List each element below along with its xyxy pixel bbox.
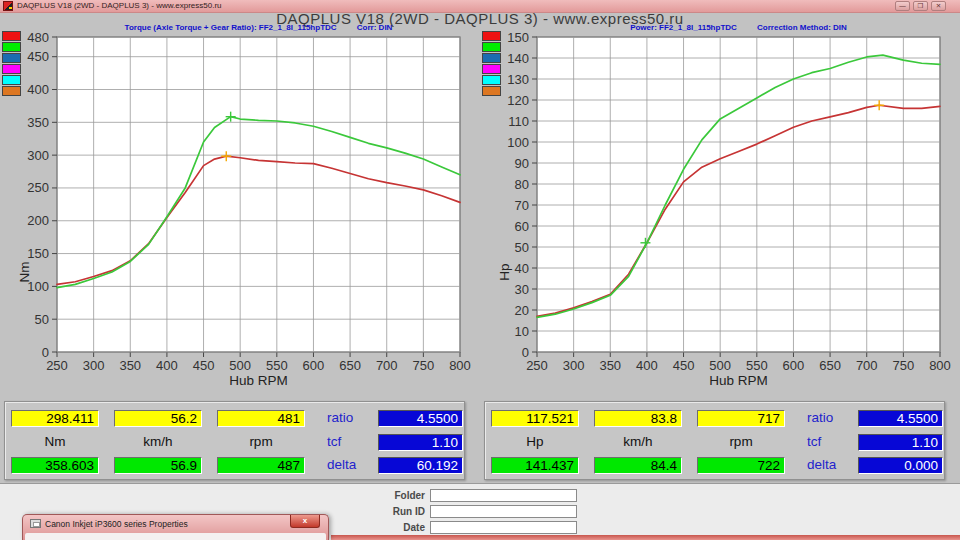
background-window-edge bbox=[331, 535, 960, 540]
svg-text:Hub RPM: Hub RPM bbox=[229, 373, 288, 387]
svg-text:70: 70 bbox=[515, 198, 529, 213]
svg-text:750: 750 bbox=[893, 358, 915, 373]
svg-text:800: 800 bbox=[449, 358, 471, 373]
svg-text:250: 250 bbox=[46, 358, 68, 373]
delta-label: delta bbox=[327, 457, 373, 472]
svg-text:110: 110 bbox=[508, 114, 529, 129]
window-titlebar[interactable]: DAQPLUS V18 (2WD - DAQPLUS 3) - www.expr… bbox=[0, 0, 960, 13]
svg-text:650: 650 bbox=[819, 358, 841, 373]
svg-text:50: 50 bbox=[35, 312, 49, 327]
svg-text:450: 450 bbox=[193, 358, 215, 373]
printer-properties-dialog[interactable]: Canon Inkjet iP3600 series Properties x bbox=[22, 514, 329, 540]
svg-text:700: 700 bbox=[376, 358, 398, 373]
svg-text:120: 120 bbox=[507, 93, 529, 108]
svg-text:400: 400 bbox=[636, 358, 658, 373]
close-button[interactable]: ✕ bbox=[931, 1, 946, 11]
svg-text:300: 300 bbox=[563, 358, 585, 373]
app-icon bbox=[3, 1, 13, 11]
power-chart-subtitle: Power: FF2_1_8I_115hpTDC Correction Meth… bbox=[537, 23, 940, 32]
svg-text:90: 90 bbox=[515, 156, 529, 171]
svg-text:150: 150 bbox=[507, 32, 529, 45]
tcf-value: 1.10 bbox=[378, 434, 463, 451]
folder-input[interactable] bbox=[430, 489, 577, 502]
svg-text:750: 750 bbox=[413, 358, 435, 373]
minimize-button[interactable]: — bbox=[895, 1, 910, 11]
speed-unit-label: km/h bbox=[594, 434, 682, 449]
svg-text:150: 150 bbox=[27, 246, 49, 261]
delta-value: 60.192 bbox=[378, 457, 463, 474]
printer-dialog-close-button[interactable]: x bbox=[290, 515, 320, 528]
svg-text:140: 140 bbox=[507, 51, 529, 66]
delta-value: 0.000 bbox=[858, 457, 943, 474]
svg-text:60: 60 bbox=[515, 219, 529, 234]
svg-text:50: 50 bbox=[515, 240, 529, 255]
speed-unit-label: km/h bbox=[114, 434, 202, 449]
svg-text:550: 550 bbox=[266, 358, 288, 373]
rpm-peak-value: 487 bbox=[217, 457, 305, 474]
svg-text:0: 0 bbox=[42, 345, 49, 360]
ratio-label: ratio bbox=[327, 410, 373, 425]
power-unit-label: Hp bbox=[491, 434, 579, 449]
rpm-cursor-value: 481 bbox=[217, 410, 305, 427]
ratio-label: ratio bbox=[807, 410, 853, 425]
printer-icon bbox=[30, 519, 41, 528]
power-peak-value: 141.437 bbox=[491, 457, 579, 474]
torque-correction-label: Corr: DIN bbox=[357, 23, 393, 32]
torque-chart-title: Torque (Axle Torque + Gear Ratio): FF2_1… bbox=[125, 23, 337, 32]
printer-dialog-title: Canon Inkjet iP3600 series Properties bbox=[45, 519, 188, 529]
svg-text:350: 350 bbox=[599, 358, 621, 373]
tcf-label: tcf bbox=[327, 434, 373, 449]
rpm-peak-value: 722 bbox=[697, 457, 785, 474]
svg-text:500: 500 bbox=[709, 358, 731, 373]
daqplus-app-window: DAQPLUS V18 (2WD - DAQPLUS 3) - www.expr… bbox=[0, 0, 960, 540]
svg-text:300: 300 bbox=[83, 358, 105, 373]
svg-text:400: 400 bbox=[27, 82, 49, 97]
svg-text:250: 250 bbox=[27, 180, 49, 195]
torque-cursor-value: 298.411 bbox=[11, 410, 99, 427]
folder-label: Folder bbox=[340, 490, 425, 501]
svg-text:10: 10 bbox=[515, 324, 529, 339]
restore-button[interactable]: ❐ bbox=[913, 1, 928, 11]
speed-cursor-value: 56.2 bbox=[114, 410, 202, 427]
power-chart: 2503003504004505005506006507007508000102… bbox=[497, 32, 957, 387]
svg-text:800: 800 bbox=[929, 358, 951, 373]
svg-text:80: 80 bbox=[515, 177, 529, 192]
svg-text:Nm: Nm bbox=[17, 262, 32, 283]
svg-text:200: 200 bbox=[27, 213, 49, 228]
svg-text:400: 400 bbox=[156, 358, 178, 373]
svg-text:250: 250 bbox=[526, 358, 548, 373]
svg-text:0: 0 bbox=[522, 345, 529, 360]
svg-text:40: 40 bbox=[515, 261, 529, 276]
power-chart-title: Power: FF2_1_8I_115hpTDC bbox=[630, 23, 737, 32]
svg-text:300: 300 bbox=[27, 148, 49, 163]
svg-text:450: 450 bbox=[27, 49, 49, 64]
ratio-value: 4.5500 bbox=[378, 410, 463, 427]
torque-chart: 2503003504004505005506006507007508000501… bbox=[17, 32, 477, 387]
printer-dialog-body bbox=[25, 533, 326, 540]
tcf-label: tcf bbox=[807, 434, 853, 449]
rpm-unit-label: rpm bbox=[217, 434, 305, 449]
torque-readout-panel: 298.411 56.2 481 Nm km/h rpm 358.603 56.… bbox=[4, 401, 465, 480]
run-id-input[interactable] bbox=[430, 505, 577, 518]
date-label: Date bbox=[340, 522, 425, 533]
svg-text:600: 600 bbox=[303, 358, 325, 373]
svg-text:350: 350 bbox=[119, 358, 141, 373]
torque-peak-value: 358.603 bbox=[11, 457, 99, 474]
power-readout-panel: 117.521 83.8 717 Hp km/h rpm 141.437 84.… bbox=[484, 401, 945, 480]
date-input[interactable] bbox=[430, 521, 577, 534]
svg-text:350: 350 bbox=[27, 115, 49, 130]
run-id-label: Run ID bbox=[340, 506, 425, 517]
svg-text:700: 700 bbox=[856, 358, 878, 373]
speed-peak-value: 56.9 bbox=[114, 457, 202, 474]
svg-text:Hp: Hp bbox=[497, 263, 512, 280]
torque-unit-label: Nm bbox=[11, 434, 99, 449]
rpm-unit-label: rpm bbox=[697, 434, 785, 449]
speed-peak-value: 84.4 bbox=[594, 457, 682, 474]
svg-text:600: 600 bbox=[783, 358, 805, 373]
svg-text:650: 650 bbox=[339, 358, 361, 373]
delta-label: delta bbox=[807, 457, 853, 472]
svg-text:30: 30 bbox=[515, 282, 529, 297]
svg-text:480: 480 bbox=[27, 32, 49, 45]
ratio-value: 4.5500 bbox=[858, 410, 943, 427]
power-correction-label: Correction Method: DIN bbox=[757, 23, 847, 32]
